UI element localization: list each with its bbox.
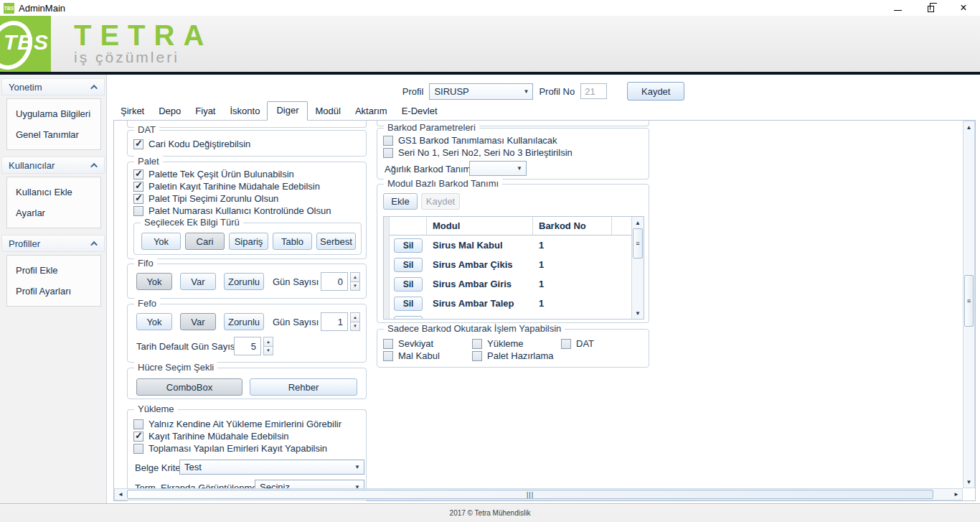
scroll-right-icon[interactable]: ► <box>953 489 960 500</box>
button-ekbilgi-cari[interactable]: Cari <box>185 233 225 250</box>
column-header-blank[interactable] <box>612 217 631 235</box>
spin-up-icon[interactable]: ▲ <box>263 337 273 347</box>
sidebar-item-genel-tanimlar[interactable]: Genel Tanımlar <box>7 123 100 144</box>
button-rehber[interactable]: Rehber <box>250 378 357 396</box>
checkbox-yalniz-kendine[interactable] <box>133 419 143 429</box>
sidebar-item-profil-ekle[interactable]: Profil Ekle <box>7 259 100 280</box>
spinner-value[interactable]: 1 <box>321 312 348 331</box>
sidebar-section-kullanicilar[interactable]: Kullanıcılar <box>1 157 105 174</box>
tab-page-diger: DAT Cari Kodu Değiştirebilsin Palet Pale… <box>113 120 976 501</box>
tab-edevlet[interactable]: E-Devlet <box>395 103 445 120</box>
close-button[interactable]: × <box>947 0 980 16</box>
checkbox-dat[interactable] <box>561 339 571 349</box>
checkbox-toplamasi-yapilan[interactable] <box>133 444 143 454</box>
sil-button[interactable]: Sil <box>394 277 423 292</box>
scroll-up-icon[interactable]: ▲ <box>632 218 644 227</box>
table-row[interactable]: Sil Sirus Dat Onay 1 <box>390 313 631 319</box>
sidebar-section-yonetim[interactable]: Yonetim <box>1 78 105 95</box>
table-row[interactable]: Sil Sirus Ambar Talep 1 <box>390 294 631 313</box>
sidebar-item-kullanici-ekle[interactable]: Kullanıcı Ekle <box>7 181 100 202</box>
profil-combobox[interactable]: SIRUSP ▼ <box>429 83 533 100</box>
page-horizontal-scrollbar[interactable]: ◄ ||| ► <box>114 488 963 500</box>
tarih-default-spinner[interactable]: 5 ▲▼ <box>234 337 273 355</box>
checkbox-sevkiyat[interactable] <box>383 339 393 349</box>
button-ekbilgi-siparis[interactable]: Sipariş <box>229 233 268 250</box>
table-row[interactable]: Sil Sirus Mal Kabul 1 <box>390 236 631 255</box>
button-fefo-zorunlu[interactable]: Zorunlu <box>224 313 264 330</box>
button-fefo-var[interactable]: Var <box>180 313 216 330</box>
spinner-value[interactable]: 5 <box>234 337 261 355</box>
sidebar-section-profiller[interactable]: Profiller <box>1 235 105 252</box>
checkbox-label: DAT <box>576 338 594 349</box>
table-vertical-scrollbar[interactable]: ▲ ≡ ▼ <box>631 217 644 319</box>
checkbox-seri-no[interactable] <box>383 148 393 158</box>
column-header-blank[interactable] <box>390 217 427 235</box>
checkbox-cari-kodu[interactable] <box>133 139 143 149</box>
page-vertical-scrollbar[interactable]: ▲ ≡ ▼ <box>963 121 975 488</box>
checkbox-label: Cari Kodu Değiştirebilsin <box>149 139 250 149</box>
restore-button[interactable] <box>914 0 947 16</box>
belge-kriter-combobox[interactable]: Test ▼ <box>179 460 364 475</box>
sil-button[interactable]: Sil <box>394 258 423 272</box>
tab-depo[interactable]: Depo <box>151 103 188 120</box>
checkbox-palette-tek-cesit[interactable] <box>133 169 143 180</box>
cell-barkod-no: 1 <box>533 279 612 289</box>
scroll-left-icon[interactable]: ◄ <box>117 489 124 500</box>
sil-button[interactable]: Sil <box>394 316 423 320</box>
tab-iskonto[interactable]: İskonto <box>222 103 267 120</box>
sidebar-item-profil-ayarlari[interactable]: Profil Ayarları <box>7 280 100 301</box>
sidebar-item-uygulama-bilgileri[interactable]: Uygulama Bilgileri <box>7 103 100 123</box>
ekle-button[interactable]: Ekle <box>383 193 418 210</box>
checkbox-palet-tipi[interactable] <box>133 194 143 204</box>
vertical-scroll-thumb[interactable]: ≡ <box>964 275 974 327</box>
checkbox-yukleme[interactable] <box>472 339 482 349</box>
horizontal-scroll-thumb[interactable]: ||| <box>127 490 933 499</box>
tab-modul[interactable]: Modül <box>308 103 347 120</box>
checkbox-kayit-tarihine[interactable] <box>133 432 143 442</box>
spinner-value[interactable]: 0 <box>321 272 348 291</box>
scroll-up-icon[interactable]: ▲ <box>963 123 974 131</box>
sil-button[interactable]: Sil <box>394 297 423 311</box>
tab-fiyat[interactable]: Fiyat <box>188 103 222 120</box>
button-ekbilgi-serbest[interactable]: Serbest <box>316 233 356 250</box>
checkbox-mal-kabul[interactable] <box>383 351 393 361</box>
button-ekbilgi-tablo[interactable]: Tablo <box>273 233 312 250</box>
table-row[interactable]: Sil Sirus Ambar Çikis 1 <box>390 255 631 274</box>
spin-down-icon[interactable]: ▼ <box>263 347 273 356</box>
checkbox-gs1-barkod[interactable] <box>383 136 393 146</box>
tab-sirket[interactable]: Şirket <box>113 103 151 120</box>
scroll-down-icon[interactable]: ▼ <box>963 477 974 486</box>
button-fifo-var[interactable]: Var <box>180 273 216 290</box>
chevron-down-icon: ▼ <box>351 464 364 470</box>
table-row[interactable]: Sil Sirus Ambar Giris 1 <box>390 274 631 294</box>
sidebar-item-ayarlar[interactable]: Ayarlar <box>7 202 100 223</box>
spin-up-icon[interactable]: ▲ <box>350 272 360 282</box>
table-scroll-thumb[interactable]: ≡ <box>633 228 643 258</box>
kaydet-disabled-button[interactable]: Kaydet <box>421 193 460 210</box>
spin-up-icon[interactable]: ▲ <box>350 312 360 322</box>
button-ekbilgi-yok[interactable]: Yok <box>141 233 181 250</box>
scroll-down-icon[interactable]: ▼ <box>632 309 644 317</box>
profil-no-input[interactable]: 21 <box>580 83 607 99</box>
column-header-modul[interactable]: Modul <box>427 217 533 235</box>
brand-name: TETRA <box>74 22 212 49</box>
button-fifo-yok[interactable]: Yok <box>136 273 172 290</box>
checkbox-palet-hazirlama[interactable] <box>472 351 482 361</box>
tab-aktarim[interactable]: Aktarım <box>348 103 395 120</box>
fefo-gun-spinner[interactable]: 1 ▲▼ <box>321 312 360 331</box>
button-fefo-yok[interactable]: Yok <box>136 313 172 330</box>
button-combobox[interactable]: ComboBox <box>136 378 242 396</box>
spin-down-icon[interactable]: ▼ <box>350 322 360 332</box>
agirlik-barkod-combobox[interactable]: ▼ <box>469 161 527 176</box>
column-header-barkod-no[interactable]: Barkod No <box>533 217 612 235</box>
checkbox-paletin-kayit[interactable] <box>133 182 143 192</box>
tab-diger[interactable]: Diger <box>267 101 308 121</box>
kaydet-button[interactable]: Kaydet <box>627 82 684 101</box>
sil-button[interactable]: Sil <box>394 238 423 253</box>
checkbox-palet-numarasi[interactable] <box>133 206 143 216</box>
button-fifo-zorunlu[interactable]: Zorunlu <box>224 273 264 290</box>
table-rowheader-strip <box>384 217 390 319</box>
minimize-button[interactable] <box>881 0 914 16</box>
spin-down-icon[interactable]: ▼ <box>350 282 360 292</box>
fifo-gun-spinner[interactable]: 0 ▲▼ <box>321 272 360 291</box>
